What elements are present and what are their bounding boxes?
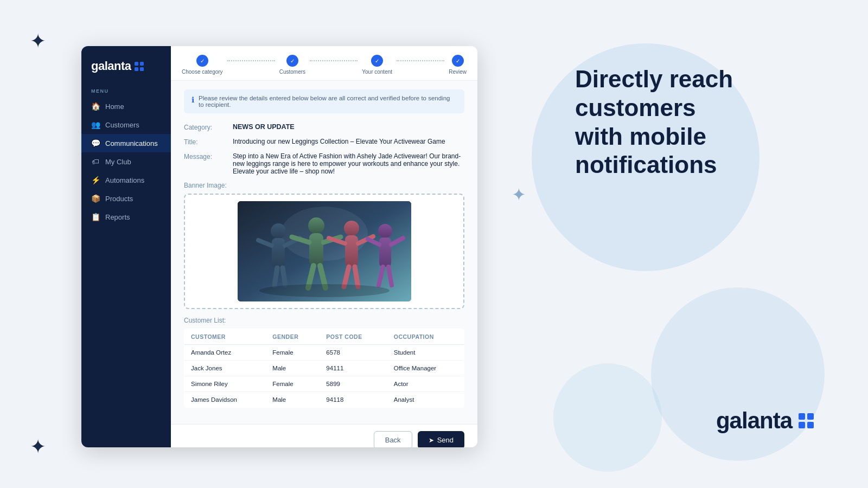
svg-rect-21	[379, 237, 391, 267]
table-row: James Davidson Male 94118 Analyst	[184, 392, 464, 408]
step-circle-your-content: ✓	[371, 55, 383, 67]
sidebar-item-home[interactable]: 🏠 Home	[81, 97, 171, 115]
sidebar-menu-label: MENU	[81, 84, 171, 97]
back-button[interactable]: Back	[374, 431, 412, 447]
main-content: ✓ Choose category ✓ Customers ✓ Your con…	[171, 46, 477, 447]
step-circle-review: ✓	[452, 55, 464, 67]
cell-postcode: 94118	[320, 392, 387, 408]
sidebar-item-myclub[interactable]: 🏷 My Club	[81, 152, 171, 171]
cell-occupation: Student	[387, 345, 464, 361]
svg-point-26	[259, 284, 390, 297]
customers-icon: 👥	[91, 120, 100, 129]
cell-postcode: 94111	[320, 361, 387, 376]
svg-point-20	[378, 224, 392, 238]
message-label: Message:	[184, 152, 233, 160]
message-value: Step into a New Era of Active Fashion wi…	[233, 152, 464, 175]
star-decoration-bottomleft: ✦	[30, 435, 46, 458]
right-headline: Directly reach customers with mobile not…	[575, 65, 835, 179]
category-value: NEWS OR UPDATE	[233, 123, 464, 131]
sidebar-logo-text: galanta	[91, 59, 131, 73]
communications-icon: 💬	[91, 139, 100, 147]
send-icon: ➤	[429, 436, 434, 444]
svg-line-19	[355, 267, 358, 287]
automations-icon: ⚡	[91, 176, 100, 184]
cell-gender: Female	[266, 376, 320, 392]
category-label: Category:	[184, 123, 233, 131]
sidebar-item-label-communications: Communications	[105, 139, 158, 147]
step-dots-2	[310, 60, 358, 61]
banner-section: Banner Image:	[184, 182, 464, 309]
send-button[interactable]: ➤ Send	[418, 431, 464, 447]
info-banner: ℹ Please review the details entered belo…	[184, 89, 464, 113]
step-label-review: Review	[449, 69, 467, 75]
myclub-icon: 🏷	[91, 157, 100, 166]
cell-customer: James Davidson	[184, 392, 266, 408]
banner-image-placeholder	[238, 201, 411, 301]
step-label-choose-category: Choose category	[182, 69, 223, 75]
svg-rect-15	[345, 235, 358, 267]
sidebar-item-label-reports: Reports	[105, 213, 130, 221]
sidebar-item-reports[interactable]: 📋 Reports	[81, 208, 171, 226]
step-circle-customers: ✓	[286, 55, 298, 67]
galanta-logo-dots	[799, 413, 814, 428]
home-icon: 🏠	[91, 102, 100, 111]
sidebar-item-label-home: Home	[105, 102, 124, 111]
info-banner-text: Please review the details entered below …	[199, 95, 457, 108]
message-row: Message: Step into a New Era of Active F…	[184, 152, 464, 175]
sidebar-item-label-products: Products	[105, 195, 133, 203]
galanta-logo-bottom: galanta	[716, 408, 814, 434]
category-row: Category: NEWS OR UPDATE	[184, 123, 464, 131]
svg-point-8	[308, 217, 324, 234]
title-value: Introducing our new Leggings Collection …	[233, 138, 464, 145]
cell-customer: Amanda Ortez	[184, 345, 266, 361]
sidebar-item-communications[interactable]: 💬 Communications	[81, 134, 171, 152]
banner-image-label: Banner Image:	[184, 182, 464, 189]
star-decoration-right: ✦	[512, 184, 526, 205]
reports-icon: 📋	[91, 213, 100, 221]
sidebar: galanta MENU 🏠 Home 👥 Customers 💬 Commun…	[81, 46, 171, 447]
sidebar-item-label-customers: Customers	[105, 121, 139, 129]
star-decoration-topleft: ✦	[30, 30, 46, 53]
svg-point-2	[271, 223, 286, 239]
cell-gender: Male	[266, 361, 320, 376]
col-header-customer: CUSTOMER	[184, 329, 266, 345]
review-form: ℹ Please review the details entered belo…	[171, 81, 477, 424]
bg-circle-medium	[651, 287, 825, 461]
table-row: Jack Jones Male 94111 Office Manager	[184, 361, 464, 376]
app-window: galanta MENU 🏠 Home 👥 Customers 💬 Commun…	[81, 46, 477, 447]
sidebar-logo-dots	[135, 62, 144, 71]
fitness-illustration	[238, 201, 411, 301]
step-label-customers: Customers	[279, 69, 305, 75]
galanta-logo-text: galanta	[716, 408, 792, 434]
step-dots-3	[397, 60, 444, 61]
svg-point-14	[344, 221, 359, 236]
sidebar-item-label-myclub: My Club	[105, 158, 131, 166]
step-circle-choose-category: ✓	[196, 55, 208, 67]
svg-rect-3	[272, 238, 285, 268]
cell-customer: Jack Jones	[184, 361, 266, 376]
svg-line-7	[283, 268, 285, 285]
customer-list-label: Customer List:	[184, 317, 464, 324]
cell-postcode: 6578	[320, 345, 387, 361]
svg-line-6	[275, 268, 277, 285]
sidebar-item-products[interactable]: 📦 Products	[81, 189, 171, 208]
sidebar-item-label-automations: Automations	[105, 176, 144, 184]
title-row: Title: Introducing our new Leggings Coll…	[184, 138, 464, 146]
cell-customer: Simone Riley	[184, 376, 266, 392]
info-icon: ℹ	[192, 95, 194, 104]
stepper: ✓ Choose category ✓ Customers ✓ Your con…	[171, 46, 477, 81]
right-panel: Directly reach customers with mobile not…	[575, 65, 835, 196]
cell-occupation: Actor	[387, 376, 464, 392]
step-label-your-content: Your content	[362, 69, 392, 75]
table-row: Simone Riley Female 5899 Actor	[184, 376, 464, 392]
title-label: Title:	[184, 138, 233, 146]
step-review: ✓ Review	[449, 55, 467, 75]
action-row: Back ➤ Send	[171, 424, 477, 447]
sidebar-item-customers[interactable]: 👥 Customers	[81, 115, 171, 134]
cell-occupation: Analyst	[387, 392, 464, 408]
bg-circle-small	[553, 363, 662, 472]
sidebar-item-automations[interactable]: ⚡ Automations	[81, 171, 171, 189]
customer-section: Customer List: CUSTOMER GENDER POST CODE…	[184, 317, 464, 408]
table-row: Amanda Ortez Female 6578 Student	[184, 345, 464, 361]
step-customers: ✓ Customers	[279, 55, 305, 75]
